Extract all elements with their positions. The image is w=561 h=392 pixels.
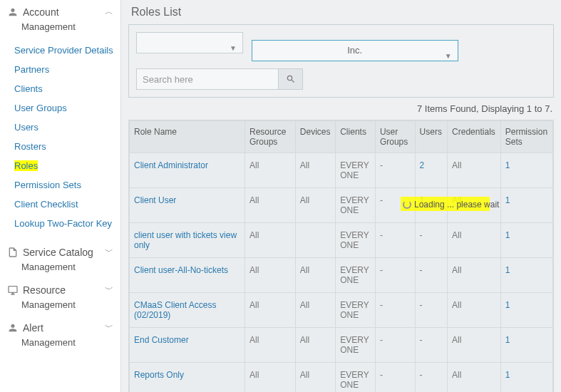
search-button[interactable] [279,68,303,90]
cell-user-groups: - [375,258,415,293]
search-icon [286,74,296,84]
cell-resource-groups: All [245,223,295,258]
cell-permission-sets[interactable]: 1 [500,153,552,188]
cell-role-name[interactable]: CMaaS Client Access (02/2019) [130,293,245,328]
cell-role-name[interactable]: client user with tickets view only [130,223,245,258]
filter-select-2[interactable]: Inc. ▼ [252,40,458,61]
caret-down-icon: ▼ [230,38,237,58]
cell-devices: All [295,258,335,293]
caret-down-icon: ▼ [445,46,452,66]
table-row: CMaaS Client Access (02/2019)AllAllEVERY… [130,293,553,328]
sidebar-item-clients[interactable]: Clients [0,79,120,98]
cell-resource-groups: All [245,293,295,328]
sidebar-item-user-groups[interactable]: User Groups [0,98,120,118]
cell-role-name[interactable]: Reports Only [130,363,245,393]
cell-resource-groups: All [245,153,295,188]
sidebar-section-alert: Alert ﹀ Management [0,316,120,354]
sidebar: Account ︿ Management Service Provider De… [0,0,121,392]
cell-permission-sets[interactable]: 1 [500,258,552,293]
cell-credentials: All [448,363,501,393]
chevron-down-icon: ﹀ [105,321,113,334]
sidebar-section-account: Account ︿ Management Service Provider De… [0,0,120,240]
filter-box: ▼ Inc. ▼ [128,24,554,98]
cell-credentials: All [448,153,501,188]
filter-select-1[interactable]: ▼ [136,32,243,53]
cell-permission-sets[interactable]: 1 [500,223,552,258]
results-meta: 7 Items Found, Displaying 1 to 7. [130,103,552,114]
col-users[interactable]: Users [415,121,448,153]
cell-clients: EVERY ONE [336,293,376,328]
col-devices[interactable]: Devices [295,121,335,153]
col-resource-groups[interactable]: Resource Groups [245,121,295,153]
sidebar-section-subtitle: Management [0,335,120,354]
cell-permission-sets[interactable]: 1 [500,363,552,393]
filter-row: ▼ Inc. ▼ [136,32,546,61]
cell-role-name[interactable]: Client user-All-No-tickets [130,258,245,293]
table-row: End CustomerAllAllEVERY ONE--All1 [130,328,553,363]
chevron-up-icon: ︿ [105,6,113,18]
sidebar-item-users[interactable]: Users [0,118,120,137]
cell-role-name[interactable]: Client User [130,188,245,223]
cell-devices: All [295,363,335,393]
cell-resource-groups: All [245,363,295,393]
cell-devices [295,223,335,258]
page-title: Roles List [128,6,554,19]
cell-users: - [415,293,448,328]
document-icon [7,247,19,258]
monitor-icon [7,284,19,296]
cell-users: - [415,223,448,258]
cell-users[interactable]: 2 [415,153,448,188]
sidebar-header-resource[interactable]: Resource ﹀ [0,278,120,297]
cell-role-name[interactable]: Client Administrator [130,153,245,188]
sidebar-section-subtitle: Management [0,259,120,278]
cell-resource-groups: All [245,188,295,223]
chevron-down-icon: ﹀ [105,284,113,296]
cell-resource-groups: All [245,328,295,363]
col-credentials[interactable]: Credentials [448,121,501,153]
user-icon [7,322,19,334]
cell-credentials: All [448,328,501,363]
cell-credentials: All [448,223,501,258]
cell-clients: EVERY ONE [336,363,376,393]
cell-user-groups: - [375,153,415,188]
cell-devices: All [295,328,335,363]
filter-select-2-value: Inc. [347,45,362,56]
sidebar-header-account[interactable]: Account ︿ [0,0,120,19]
sidebar-item-rosters[interactable]: Rosters [0,137,120,156]
sidebar-item-service-provider-details[interactable]: Service Provider Details [0,41,120,60]
cell-user-groups: - [375,293,415,328]
table-row: Reports OnlyAllAllEVERY ONE--All1 [130,363,553,393]
sidebar-item-client-checklist[interactable]: Client Checklist [0,195,120,214]
col-user-groups[interactable]: User Groups [375,121,415,153]
sidebar-section-title: Account [23,6,105,18]
col-permission-sets[interactable]: Permission Sets [500,121,552,153]
cell-permission-sets[interactable]: 1 [500,293,552,328]
sidebar-section-resource: Resource ﹀ Management [0,278,120,316]
cell-permission-sets[interactable]: 1 [500,328,552,363]
cell-devices: All [295,293,335,328]
table-row: Client AdministratorAllAllEVERY ONE-2All… [130,153,553,188]
sidebar-header-service-catalog[interactable]: Service Catalog ﹀ [0,240,120,259]
sidebar-item-roles[interactable]: Roles [0,156,120,175]
sidebar-header-alert[interactable]: Alert ﹀ [0,316,120,335]
sidebar-item-lookup-2fa-key[interactable]: Lookup Two-Factor Key [0,214,120,233]
cell-user-groups: - [375,363,415,393]
cell-permission-sets[interactable]: 1 [500,188,552,223]
sidebar-section-subtitle: Management [0,297,120,316]
sidebar-section-title: Alert [23,322,105,334]
cell-devices: All [295,188,335,223]
loading-highlight [401,197,490,211]
chevron-down-icon: ﹀ [105,246,113,258]
cell-clients: EVERY ONE [336,188,376,223]
table-header-row: Role Name Resource Groups Devices Client… [130,121,553,153]
user-icon [7,6,19,18]
cell-credentials: All [448,258,501,293]
search-input[interactable] [136,68,279,90]
col-role-name[interactable]: Role Name [130,121,245,153]
col-clients[interactable]: Clients [336,121,376,153]
cell-clients: EVERY ONE [336,153,376,188]
cell-clients: EVERY ONE [336,223,376,258]
cell-role-name[interactable]: End Customer [130,328,245,363]
sidebar-item-permission-sets[interactable]: Permission Sets [0,175,120,195]
sidebar-item-partners[interactable]: Partners [0,60,120,79]
